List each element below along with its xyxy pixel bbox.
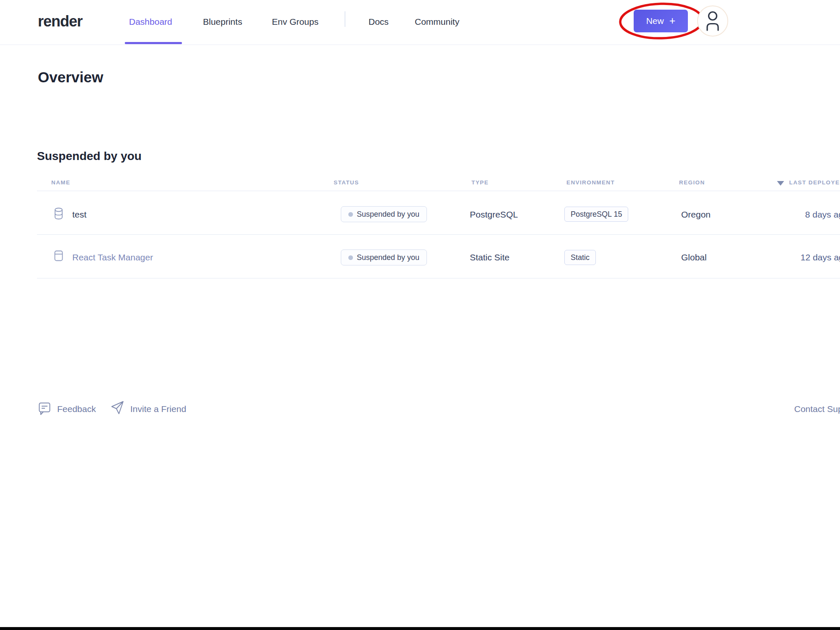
account-avatar-button[interactable] bbox=[697, 5, 728, 37]
database-icon bbox=[54, 207, 63, 220]
last-deploy-cell: 8 days ago bbox=[805, 210, 840, 220]
top-nav: render Dashboard Blueprints Env Groups D… bbox=[0, 0, 840, 45]
status-badge-label: Suspended by you bbox=[357, 210, 419, 219]
status-dot-icon bbox=[348, 255, 353, 260]
nav-divider bbox=[345, 11, 345, 27]
plus-icon: + bbox=[669, 15, 676, 27]
environment-badge: Static bbox=[564, 250, 596, 265]
static-site-icon bbox=[54, 250, 63, 261]
type-cell: PostgreSQL bbox=[470, 210, 518, 220]
region-cell: Oregon bbox=[681, 210, 711, 220]
col-header-status: STATUS bbox=[334, 179, 359, 186]
region-cell: Global bbox=[681, 252, 707, 262]
service-name-link[interactable]: test bbox=[72, 210, 87, 220]
new-button-label: New bbox=[646, 16, 664, 26]
feedback-link[interactable]: Feedback bbox=[57, 404, 96, 414]
col-header-last-deployed[interactable]: LAST DEPLOYED bbox=[789, 179, 840, 186]
environment-badge: PostgreSQL 15 bbox=[564, 207, 628, 222]
contact-support-link[interactable]: Contact Support bbox=[794, 404, 840, 414]
status-badge: Suspended by you bbox=[341, 249, 427, 265]
feedback-chat-icon[interactable] bbox=[39, 402, 50, 415]
status-dot-icon bbox=[348, 212, 353, 217]
active-tab-underline bbox=[125, 42, 182, 44]
page-title: Overview bbox=[38, 69, 103, 86]
bottom-bar bbox=[0, 627, 840, 630]
col-header-environment: ENVIRONMENT bbox=[566, 179, 615, 186]
nav-item-dashboard[interactable]: Dashboard bbox=[129, 17, 172, 27]
invite-friend-link[interactable]: Invite a Friend bbox=[130, 404, 186, 414]
row-divider bbox=[37, 234, 840, 235]
table-header-divider bbox=[37, 191, 840, 191]
person-icon bbox=[704, 10, 721, 32]
type-cell: Static Site bbox=[470, 252, 510, 262]
col-header-type: TYPE bbox=[471, 179, 489, 186]
sort-descending-icon[interactable] bbox=[777, 181, 784, 186]
render-logo[interactable]: render bbox=[38, 13, 82, 30]
last-deploy-cell: 12 days ago bbox=[801, 252, 840, 262]
col-header-name: NAME bbox=[51, 179, 70, 186]
new-button[interactable]: New + bbox=[634, 10, 688, 32]
nav-item-community[interactable]: Community bbox=[415, 17, 459, 27]
col-header-region: REGION bbox=[679, 179, 705, 186]
nav-item-blueprints[interactable]: Blueprints bbox=[203, 17, 242, 27]
section-heading: Suspended by you bbox=[37, 150, 142, 163]
row-divider bbox=[37, 278, 840, 278]
nav-item-docs[interactable]: Docs bbox=[369, 17, 389, 27]
status-badge: Suspended by you bbox=[341, 206, 427, 222]
status-badge-label: Suspended by you bbox=[357, 253, 419, 262]
service-name-link[interactable]: React Task Manager bbox=[72, 252, 153, 262]
paper-plane-icon[interactable] bbox=[111, 401, 124, 415]
nav-item-env-groups[interactable]: Env Groups bbox=[272, 17, 319, 27]
